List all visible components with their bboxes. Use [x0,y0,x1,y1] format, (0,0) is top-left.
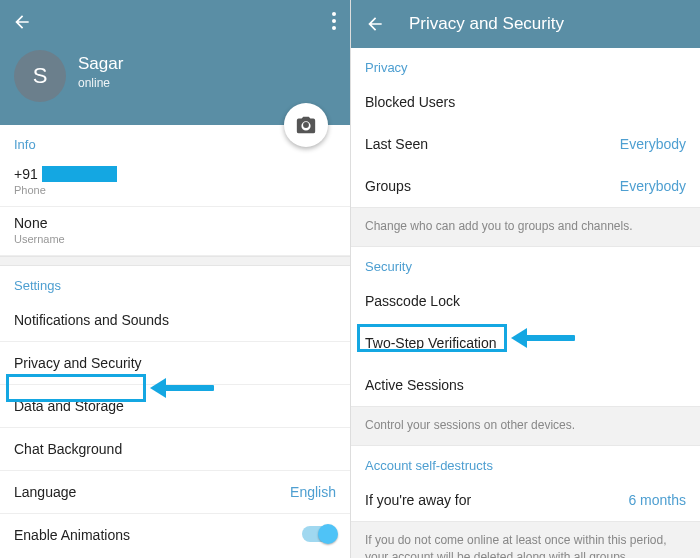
groups-hint: Change who can add you to groups and cha… [351,207,700,247]
phone-label: Phone [14,184,336,196]
settings-row-privacy[interactable]: Privacy and Security [0,342,350,385]
phone-prefix: +91 [14,166,38,182]
row-label: If you're away for [365,492,471,508]
last-seen-value: Everybody [620,136,686,152]
back-arrow-icon[interactable] [365,14,385,34]
row-last-seen[interactable]: Last Seen Everybody [351,123,700,165]
settings-row-animations[interactable]: Enable Animations [0,514,350,556]
username-label: Username [14,233,336,245]
profile-status: online [78,76,110,90]
privacy-security-screen: Privacy and Security Privacy Blocked Use… [350,0,700,558]
language-value: English [290,484,336,500]
profile-header: S Sagar online [0,0,350,125]
phone-row[interactable]: +91 Phone [0,158,350,207]
row-passcode-lock[interactable]: Passcode Lock [351,280,700,322]
row-active-sessions[interactable]: Active Sessions [351,364,700,406]
settings-row-label: Enable Animations [14,527,130,543]
settings-profile-screen: S Sagar online Info +91 Phone None Usern… [0,0,350,558]
groups-value: Everybody [620,178,686,194]
settings-row-notifications[interactable]: Notifications and Sounds [0,299,350,342]
row-two-step-verification[interactable]: Two-Step Verification [351,322,700,364]
back-arrow-icon[interactable] [12,12,32,32]
avatar[interactable]: S [14,50,66,102]
privacy-section-header: Privacy [351,48,700,81]
section-divider [0,256,350,266]
security-section-header: Security [351,247,700,280]
overflow-menu-icon[interactable] [332,12,336,30]
phone-number-redacted [42,166,117,182]
camera-button[interactable] [284,103,328,147]
away-value: 6 months [628,492,686,508]
profile-name: Sagar [78,54,123,74]
screen-header: Privacy and Security [351,0,700,48]
page-title: Privacy and Security [409,14,564,34]
settings-row-label: Language [14,484,76,500]
away-hint: If you do not come online at least once … [351,521,700,558]
settings-row-language[interactable]: Language English [0,471,350,514]
row-away-for[interactable]: If you're away for 6 months [351,479,700,521]
settings-row-data[interactable]: Data and Storage [0,385,350,428]
username-value: None [14,215,336,231]
camera-icon [295,114,317,136]
username-row[interactable]: None Username [0,207,350,256]
self-destruct-header: Account self-destructs [351,446,700,479]
row-label: Last Seen [365,136,428,152]
sessions-hint: Control your sessions on other devices. [351,406,700,446]
settings-section-header: Settings [0,266,350,299]
row-blocked-users[interactable]: Blocked Users [351,81,700,123]
animations-toggle[interactable] [302,526,336,542]
row-label: Groups [365,178,411,194]
row-groups[interactable]: Groups Everybody [351,165,700,207]
settings-row-chatbg[interactable]: Chat Background [0,428,350,471]
